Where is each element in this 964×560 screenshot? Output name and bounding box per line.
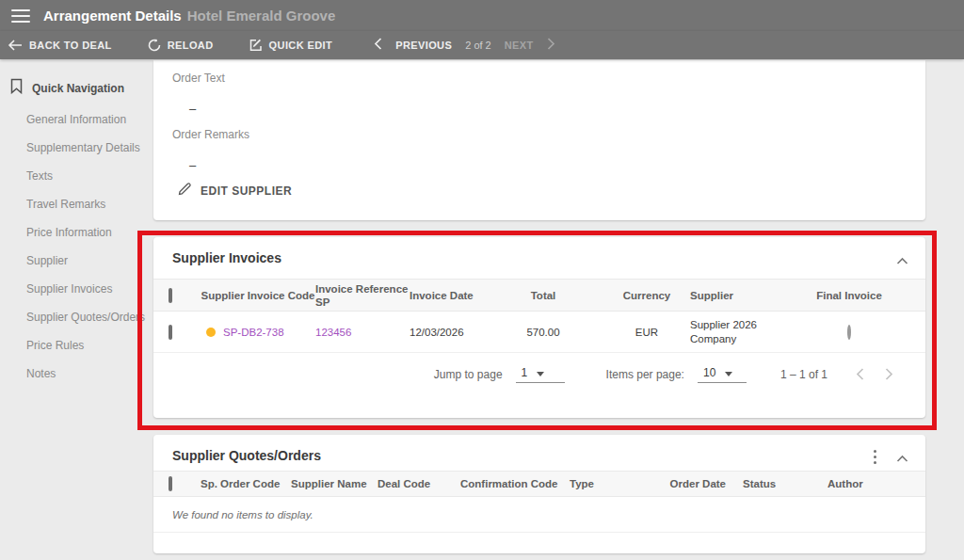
invoices-pagination: Jump to page 1 Items per page: 10 1 – 1 … (153, 353, 925, 395)
sidebar-item-travel-remarks[interactable]: Travel Remarks (0, 190, 153, 218)
supplier-invoices-title: Supplier Invoices (172, 250, 281, 265)
previous-button[interactable]: PREVIOUS (395, 40, 452, 51)
invoice-supplier-value: Supplier 2026 Company (690, 318, 788, 346)
col-deal-code: Deal Code (378, 477, 460, 490)
menu-icon[interactable] (11, 9, 30, 23)
sidebar-item-notes[interactable]: Notes (0, 360, 153, 388)
col-total: Total (500, 289, 586, 302)
quick-navigation-sidebar: Quick Navigation General Information Sup… (0, 59, 153, 560)
pagination-range: 1 – 1 of 1 (780, 368, 827, 381)
sidebar-item-general-information[interactable]: General Information (0, 105, 153, 134)
order-remarks-label: Order Remarks (172, 128, 249, 141)
bookmark-icon (9, 78, 24, 98)
reload-button[interactable]: RELOAD (148, 39, 214, 52)
supplier-quotes-orders-section: Supplier Quotes/Orders Sp. Order Code Su… (153, 435, 925, 553)
supplier-invoice-code-link[interactable]: SP-DB2-738 (223, 326, 284, 340)
sidebar-header: Quick Navigation (0, 59, 153, 105)
edit-supplier-button[interactable]: EDIT SUPPLIER (178, 183, 292, 199)
invoice-currency-value: EUR (603, 326, 690, 340)
invoices-table-header: Supplier Invoice Code Invoice Reference … (153, 279, 925, 312)
col-author: Author (827, 477, 910, 490)
quotes-table-header: Sp. Order Code Supplier Name Deal Code C… (153, 471, 925, 497)
row-checkbox[interactable] (169, 325, 172, 340)
col-invoice-date: Invoice Date (410, 289, 500, 302)
pencil-icon (178, 183, 191, 199)
invoice-total-value: 570.00 (500, 326, 586, 340)
col-sp-order-code: Sp. Order Code (201, 477, 291, 490)
more-options-icon[interactable] (867, 447, 882, 466)
col-invoice-reference-sp: Invoice Reference SP (315, 282, 410, 309)
sidebar-item-texts[interactable]: Texts (0, 162, 153, 190)
collapse-chevron-icon[interactable] (896, 252, 908, 269)
sidebar-title: Quick Navigation (32, 82, 124, 95)
col-confirmation-code: Confirmation Code (460, 477, 570, 490)
sidebar-item-supplementary-details[interactable]: Supplementary Details (0, 134, 153, 162)
reload-icon (148, 39, 161, 52)
quick-edit-button[interactable]: QUICK EDIT (249, 39, 333, 52)
order-text-value: – (189, 102, 196, 116)
supplier-quotes-orders-title: Supplier Quotes/Orders (172, 448, 321, 463)
col-supplier: Supplier (690, 289, 788, 302)
page-subtitle: Hotel Emerald Groove (187, 8, 336, 24)
supplier-order-panel: Order Text – Order Remarks – EDIT SUPPLI… (153, 60, 925, 220)
pagination-next-icon[interactable] (885, 368, 893, 380)
col-currency: Currency (603, 289, 690, 302)
next-button[interactable]: NEXT (505, 40, 534, 51)
order-remarks-value: – (189, 158, 196, 172)
select-all-checkbox[interactable] (169, 288, 172, 303)
order-text-label: Order Text (172, 72, 225, 85)
empty-message: We found no items to display. (172, 509, 313, 520)
invoice-date-value: 12/03/2026 (410, 326, 500, 340)
col-status: Status (743, 477, 827, 490)
status-dot-icon (206, 328, 216, 337)
select-all-checkbox[interactable] (169, 476, 172, 491)
col-type: Type (570, 477, 652, 490)
page-title: Arrangement Details (43, 8, 182, 24)
top-bar: Arrangement Details Hotel Emerald Groove (0, 0, 964, 31)
jump-to-page-label: Jump to page (434, 368, 503, 381)
record-pager: PREVIOUS 2 of 2 NEXT (374, 37, 555, 54)
back-arrow-icon (8, 40, 23, 51)
col-order-date: Order Date (652, 477, 743, 490)
jump-to-page-select[interactable]: 1 (516, 366, 565, 383)
sidebar-item-supplier[interactable]: Supplier (0, 247, 153, 275)
dropdown-caret-icon (725, 372, 732, 376)
pagination-previous-icon[interactable] (856, 368, 864, 380)
page-indicator: 2 of 2 (465, 40, 491, 51)
items-per-page-label: Items per page: (606, 368, 684, 381)
col-supplier-name: Supplier Name (291, 477, 378, 490)
sidebar-item-price-information[interactable]: Price Information (0, 218, 153, 247)
collapse-chevron-icon[interactable] (896, 450, 908, 467)
dropdown-caret-icon (537, 372, 544, 376)
empty-table-row: We found no items to display. (153, 497, 925, 533)
invoice-table-row: SP-DB2-738 123456 12/03/2026 570.00 EUR … (153, 312, 925, 353)
final-invoice-radio[interactable] (847, 325, 851, 340)
col-supplier-invoice-code: Supplier Invoice Code (201, 289, 315, 302)
back-to-deal-button[interactable]: BACK TO DEAL (8, 40, 112, 51)
edit-square-icon (249, 39, 263, 52)
items-per-page-select[interactable]: 10 (698, 366, 747, 383)
toolbar: BACK TO DEAL RELOAD QUICK EDIT PREVIOUS … (0, 31, 964, 59)
sidebar-item-supplier-quotes-orders[interactable]: Supplier Quotes/Orders (0, 303, 153, 331)
sidebar-item-supplier-invoices[interactable]: Supplier Invoices (0, 275, 153, 303)
invoice-reference-link[interactable]: 123456 (315, 327, 351, 338)
sidebar-item-price-rules[interactable]: Price Rules (0, 331, 153, 360)
next-chevron-icon[interactable] (547, 37, 555, 54)
col-final-invoice: Final Invoice (788, 289, 910, 302)
supplier-invoices-section: Supplier Invoices Supplier Invoice Code … (153, 237, 925, 418)
previous-chevron-icon[interactable] (374, 37, 382, 54)
